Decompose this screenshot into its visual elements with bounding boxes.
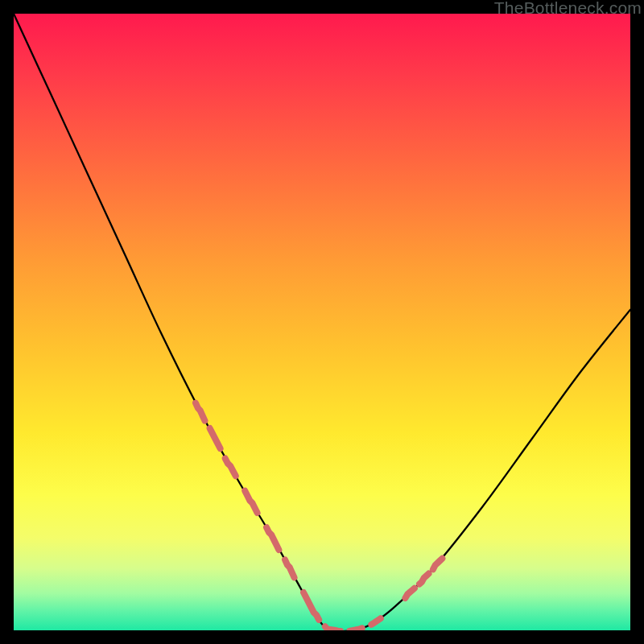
curve-dash [225,459,236,477]
curve-dash [433,559,442,570]
chart-svg [14,14,630,630]
curve-dash [210,428,221,448]
curve-dash [419,574,428,584]
curve-dash [371,618,380,625]
curve-dash [303,592,319,620]
curve-dash [405,588,414,598]
curve-dash [349,628,361,630]
curve-dash [285,559,294,577]
curve-dash [266,527,279,550]
curve-dash [325,626,341,630]
plot-area [14,14,630,630]
curve-dash-overlay [196,403,442,630]
watermark-text: TheBottleneck.com [494,0,642,18]
curve-dash [245,491,257,513]
chart-frame: TheBottleneck.com [0,0,644,644]
curve-dash [196,403,204,421]
bottleneck-curve [14,14,630,630]
